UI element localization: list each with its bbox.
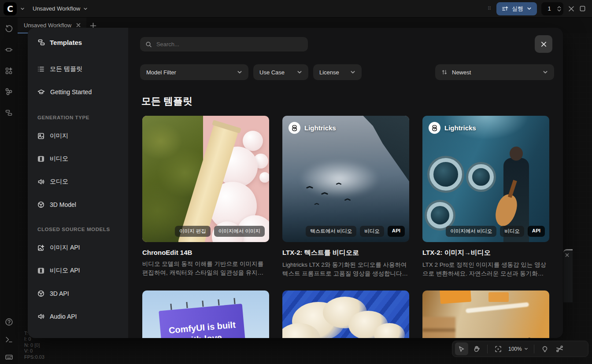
zoom-level-dropdown[interactable]: 100% <box>507 346 530 352</box>
section-generation-type: GENERATION TYPE <box>37 115 128 120</box>
speaker-icon <box>37 178 44 185</box>
badge: 이미지 편집 <box>175 226 211 237</box>
comfyui-logo[interactable]: C <box>4 2 17 15</box>
template-title: ChronoEdit 14B <box>142 249 269 256</box>
lightricks-watermark: Lightricks <box>429 122 476 134</box>
templates-rail-icon[interactable] <box>5 109 13 117</box>
workflow-title-menu[interactable]: Unsaved Workflow <box>33 5 88 12</box>
sidebar-item-getting-started[interactable]: Getting Started <box>37 87 128 97</box>
template-thumbnail: ComfyUI is built with love <box>142 290 269 338</box>
cube-icon <box>37 290 44 297</box>
speaker-icon <box>37 313 44 320</box>
toolbar-divider <box>534 345 534 353</box>
sort-dropdown[interactable]: Newest <box>435 64 554 80</box>
sidebar-item-audio-api[interactable]: Audio API <box>37 311 128 322</box>
badge: 이미지에서 비디오 <box>446 226 496 237</box>
focus-icon <box>495 346 502 353</box>
sidebar-item-all-templates[interactable]: 모든 템플릿 <box>37 64 128 74</box>
tab-close-icon[interactable] <box>76 22 81 28</box>
queue-run-icon <box>502 5 508 12</box>
maximize-icon[interactable] <box>579 5 586 12</box>
sidebar-item-image-api[interactable]: 이미지 API <box>37 243 128 253</box>
badge-api: API <box>388 226 405 237</box>
chevron-down-icon <box>350 70 355 75</box>
run-options-chevron-icon <box>527 6 532 11</box>
batch-count-stepper[interactable]: 1 <box>541 2 563 15</box>
template-description: LTX 2 Pro로 정적인 이미지를 생동감 있는 영상으로 변환하세요. 자… <box>422 261 549 279</box>
select-tool-button[interactable] <box>455 342 468 355</box>
image-sparkle-icon <box>37 244 44 251</box>
history-icon[interactable] <box>5 25 13 33</box>
template-thumbnail: 이미지 편집 이미지에서 이미지 <box>142 116 269 242</box>
template-title: LTX-2: 이미지→비디오 <box>422 249 549 257</box>
modal-close-button[interactable] <box>535 35 552 53</box>
canvas-toolbar: 100% <box>452 341 588 357</box>
workflow-title: Unsaved Workflow <box>33 5 80 12</box>
stepper-up-icon[interactable] <box>557 6 561 8</box>
badge-api: API <box>528 226 545 237</box>
sidebar-item-3d-api[interactable]: 3D API <box>37 288 128 299</box>
top-menubar: C Unsaved Workflow ⠿ 실행 1 <box>0 0 592 18</box>
model-filter-dropdown[interactable]: Model Filter <box>140 64 248 80</box>
sidebar-item-video-api[interactable]: 비디오 API <box>37 265 128 276</box>
fit-view-button[interactable] <box>492 342 505 355</box>
toolbar-divider <box>487 345 488 353</box>
stepper-down-icon[interactable] <box>557 9 561 11</box>
close-queue-icon[interactable] <box>568 5 575 12</box>
templates-modal: Templates 모든 템플릿 Getting Started GENERAT… <box>28 28 563 338</box>
node-icon[interactable] <box>5 46 13 54</box>
badge: 비디오 <box>360 226 384 237</box>
stat-fps: FPS:0.03 <box>24 354 44 360</box>
template-card-billboard[interactable]: ComfyUI is built with love <box>142 290 269 338</box>
template-card-painted-sky[interactable] <box>282 290 409 338</box>
search-input[interactable] <box>156 41 303 48</box>
template-search[interactable] <box>140 37 308 51</box>
templates-sidebar: Templates 모든 템플릿 Getting Started GENERAT… <box>28 28 128 338</box>
run-label: 실행 <box>512 5 523 13</box>
template-card-ltx2-t2v[interactable]: Lightricks 텍스트에서 비디오 비디오 API LTX-2: 텍스트를… <box>282 116 409 279</box>
chevron-down-icon <box>237 70 242 75</box>
run-button[interactable]: 실행 <box>496 2 537 15</box>
sidebar-item-audio[interactable]: 오디오 <box>37 176 128 187</box>
close-icon <box>540 41 547 48</box>
toolbar-drag-handle[interactable]: ⠿ <box>488 7 492 10</box>
template-thumbnail: Lightricks 이미지에서 비디오 비디오 API <box>422 116 549 242</box>
templates-content: Model Filter Use Case License Newest 모든 … <box>128 28 563 338</box>
batch-count-value: 1 <box>541 5 557 12</box>
sidebar-item-3d-model[interactable]: 3D Model <box>37 199 128 210</box>
toggle-minimap-button[interactable] <box>538 342 551 355</box>
stat-verts: V: 0 <box>24 348 44 354</box>
pan-tool-button[interactable] <box>470 342 483 355</box>
hand-icon <box>473 346 480 353</box>
cube-icon <box>37 201 44 208</box>
use-case-filter-dropdown[interactable]: Use Case <box>253 64 308 80</box>
sidebar-item-video[interactable]: 비디오 <box>37 154 128 164</box>
sidebar-item-image[interactable]: 이미지 <box>37 131 128 141</box>
logo-chevron-down-icon[interactable] <box>20 7 25 11</box>
templates-title: Templates <box>37 38 128 46</box>
image-icon <box>37 132 44 140</box>
list-icon <box>37 66 44 73</box>
zoom-chevron-icon <box>524 347 528 351</box>
workflows-icon[interactable] <box>5 88 13 96</box>
chevron-down-icon <box>83 7 88 11</box>
sort-icon <box>441 69 448 75</box>
model-library-icon[interactable] <box>5 67 13 75</box>
lightbulb-icon <box>541 346 548 353</box>
badge: 이미지에서 이미지 <box>214 226 265 237</box>
help-icon[interactable] <box>5 318 13 326</box>
keyboard-shortcuts-icon[interactable] <box>5 353 13 361</box>
template-card-chronoedit[interactable]: 이미지 편집 이미지에서 이미지 ChronoEdit 14B 비디오 모델의 … <box>142 116 269 278</box>
chevron-down-icon <box>543 70 548 75</box>
cursor-icon <box>458 346 465 353</box>
zoom-level-value: 100% <box>508 346 522 352</box>
toggle-links-button[interactable] <box>553 342 566 355</box>
template-card-ltx2-i2v[interactable]: Lightricks 이미지에서 비디오 비디오 API LTX-2: 이미지→… <box>422 116 549 279</box>
link-slash-icon <box>556 345 563 353</box>
panel-close-icon[interactable] <box>565 253 570 257</box>
template-card-plush[interactable] <box>422 290 549 338</box>
terminal-icon[interactable] <box>5 335 13 344</box>
billboard-text: ComfyUI is built with love <box>164 319 241 338</box>
film-icon <box>37 155 44 162</box>
license-filter-dropdown[interactable]: License <box>313 64 362 80</box>
